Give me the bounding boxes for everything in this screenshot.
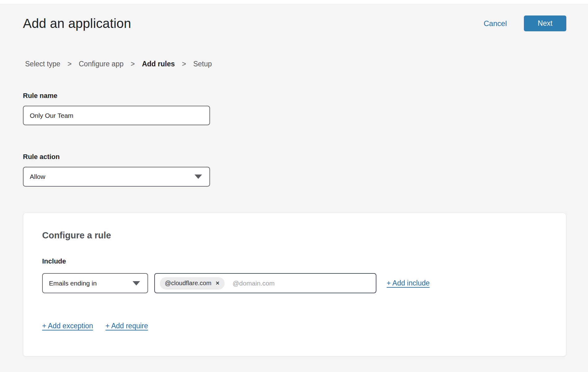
breadcrumb-step-configure-app[interactable]: Configure app <box>79 60 124 68</box>
page-title: Add an application <box>23 16 131 31</box>
include-selector-select[interactable]: Emails ending in <box>42 273 148 293</box>
add-exception-link[interactable]: + Add exception <box>42 322 93 330</box>
breadcrumb-step-setup[interactable]: Setup <box>193 60 212 68</box>
configure-rule-card: Configure a rule Include Emails ending i… <box>23 213 566 356</box>
add-include-link[interactable]: + Add include <box>387 279 430 287</box>
window-top-strip <box>0 0 588 4</box>
next-button[interactable]: Next <box>524 16 566 31</box>
header-actions: Cancel Next <box>484 16 566 31</box>
include-label: Include <box>42 257 547 265</box>
rule-name-label: Rule name <box>23 92 566 100</box>
remove-tag-icon[interactable]: ✕ <box>215 281 219 286</box>
rule-action-field: Rule action Allow <box>23 153 566 187</box>
breadcrumb-separator: > <box>182 60 186 68</box>
breadcrumb-step-select-type[interactable]: Select type <box>25 60 60 68</box>
breadcrumb: Select type > Configure app > Add rules … <box>23 60 566 68</box>
email-domain-tag-label: @cloudflare.com <box>165 280 211 287</box>
email-domains-tag-input[interactable]: @cloudflare.com ✕ <box>154 273 376 293</box>
email-domain-input[interactable] <box>233 280 371 287</box>
page-header: Add an application Cancel Next <box>23 16 566 31</box>
add-require-link[interactable]: + Add require <box>105 322 148 330</box>
rule-name-field: Rule name <box>23 92 566 125</box>
email-domain-tag: @cloudflare.com ✕ <box>160 277 225 290</box>
rule-action-selected-value: Allow <box>30 173 45 180</box>
configure-rule-title: Configure a rule <box>42 230 547 241</box>
caret-down-icon <box>195 175 202 179</box>
breadcrumb-separator: > <box>131 60 135 68</box>
rule-card-links: + Add exception + Add require <box>42 322 547 330</box>
cancel-button[interactable]: Cancel <box>484 19 507 28</box>
caret-down-icon <box>133 281 140 286</box>
breadcrumb-separator: > <box>68 60 72 68</box>
rule-name-input[interactable] <box>23 106 210 125</box>
rule-action-label: Rule action <box>23 153 566 161</box>
include-selector-value: Emails ending in <box>49 280 97 287</box>
include-rule-row: Emails ending in @cloudflare.com ✕ + Add… <box>42 273 547 293</box>
page-content: Add an application Cancel Next Select ty… <box>0 16 588 356</box>
breadcrumb-step-add-rules[interactable]: Add rules <box>142 60 175 68</box>
rule-action-select[interactable]: Allow <box>23 167 210 187</box>
